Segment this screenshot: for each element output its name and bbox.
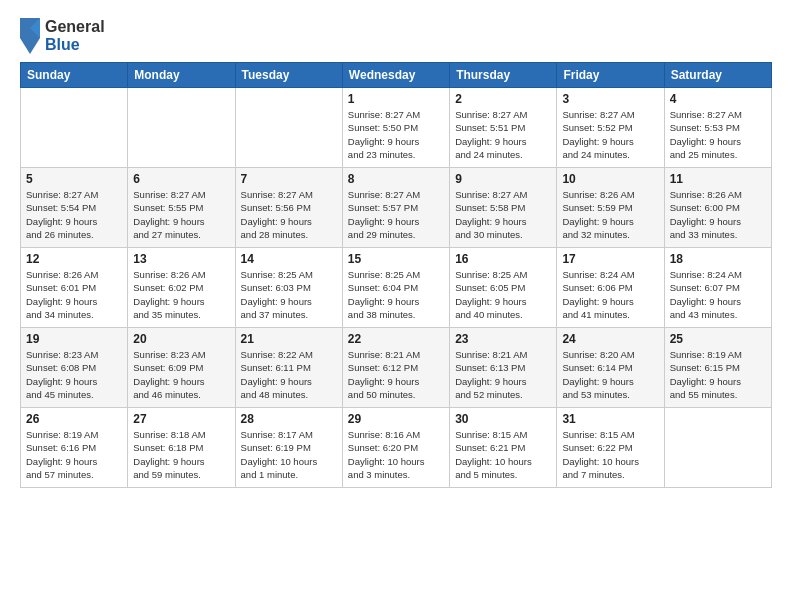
day-number: 2 [455,92,551,106]
day-info: Sunrise: 8:17 AM Sunset: 6:19 PM Dayligh… [241,428,337,481]
day-info: Sunrise: 8:27 AM Sunset: 5:55 PM Dayligh… [133,188,229,241]
day-cell: 13Sunrise: 8:26 AM Sunset: 6:02 PM Dayli… [128,248,235,328]
week-row-2: 5Sunrise: 8:27 AM Sunset: 5:54 PM Daylig… [21,168,772,248]
day-cell: 2Sunrise: 8:27 AM Sunset: 5:51 PM Daylig… [450,88,557,168]
day-info: Sunrise: 8:25 AM Sunset: 6:04 PM Dayligh… [348,268,444,321]
day-cell: 3Sunrise: 8:27 AM Sunset: 5:52 PM Daylig… [557,88,664,168]
day-info: Sunrise: 8:26 AM Sunset: 5:59 PM Dayligh… [562,188,658,241]
logo-general: General [45,18,105,36]
day-cell: 7Sunrise: 8:27 AM Sunset: 5:56 PM Daylig… [235,168,342,248]
weekday-header-wednesday: Wednesday [342,63,449,88]
day-cell [235,88,342,168]
day-number: 4 [670,92,766,106]
day-info: Sunrise: 8:27 AM Sunset: 5:52 PM Dayligh… [562,108,658,161]
day-number: 20 [133,332,229,346]
day-number: 12 [26,252,122,266]
day-info: Sunrise: 8:27 AM Sunset: 5:58 PM Dayligh… [455,188,551,241]
week-row-4: 19Sunrise: 8:23 AM Sunset: 6:08 PM Dayli… [21,328,772,408]
day-info: Sunrise: 8:16 AM Sunset: 6:20 PM Dayligh… [348,428,444,481]
day-cell: 9Sunrise: 8:27 AM Sunset: 5:58 PM Daylig… [450,168,557,248]
day-info: Sunrise: 8:24 AM Sunset: 6:06 PM Dayligh… [562,268,658,321]
day-number: 6 [133,172,229,186]
day-number: 24 [562,332,658,346]
day-cell: 31Sunrise: 8:15 AM Sunset: 6:22 PM Dayli… [557,408,664,488]
day-cell: 15Sunrise: 8:25 AM Sunset: 6:04 PM Dayli… [342,248,449,328]
calendar-page: General Blue SundayMondayTuesdayWednesda… [0,0,792,612]
day-cell: 17Sunrise: 8:24 AM Sunset: 6:06 PM Dayli… [557,248,664,328]
day-number: 11 [670,172,766,186]
day-number: 1 [348,92,444,106]
weekday-header-row: SundayMondayTuesdayWednesdayThursdayFrid… [21,63,772,88]
day-info: Sunrise: 8:27 AM Sunset: 5:53 PM Dayligh… [670,108,766,161]
day-info: Sunrise: 8:23 AM Sunset: 6:08 PM Dayligh… [26,348,122,401]
day-cell: 8Sunrise: 8:27 AM Sunset: 5:57 PM Daylig… [342,168,449,248]
day-cell: 24Sunrise: 8:20 AM Sunset: 6:14 PM Dayli… [557,328,664,408]
day-cell: 5Sunrise: 8:27 AM Sunset: 5:54 PM Daylig… [21,168,128,248]
day-info: Sunrise: 8:27 AM Sunset: 5:56 PM Dayligh… [241,188,337,241]
week-row-1: 1Sunrise: 8:27 AM Sunset: 5:50 PM Daylig… [21,88,772,168]
day-cell: 12Sunrise: 8:26 AM Sunset: 6:01 PM Dayli… [21,248,128,328]
logo: General Blue [20,18,105,54]
day-cell: 10Sunrise: 8:26 AM Sunset: 5:59 PM Dayli… [557,168,664,248]
day-cell: 16Sunrise: 8:25 AM Sunset: 6:05 PM Dayli… [450,248,557,328]
day-info: Sunrise: 8:15 AM Sunset: 6:22 PM Dayligh… [562,428,658,481]
day-cell: 1Sunrise: 8:27 AM Sunset: 5:50 PM Daylig… [342,88,449,168]
day-info: Sunrise: 8:25 AM Sunset: 6:05 PM Dayligh… [455,268,551,321]
day-info: Sunrise: 8:27 AM Sunset: 5:50 PM Dayligh… [348,108,444,161]
day-info: Sunrise: 8:23 AM Sunset: 6:09 PM Dayligh… [133,348,229,401]
weekday-header-sunday: Sunday [21,63,128,88]
day-info: Sunrise: 8:27 AM Sunset: 5:51 PM Dayligh… [455,108,551,161]
day-info: Sunrise: 8:19 AM Sunset: 6:15 PM Dayligh… [670,348,766,401]
day-cell: 4Sunrise: 8:27 AM Sunset: 5:53 PM Daylig… [664,88,771,168]
day-number: 23 [455,332,551,346]
day-cell: 28Sunrise: 8:17 AM Sunset: 6:19 PM Dayli… [235,408,342,488]
day-cell: 14Sunrise: 8:25 AM Sunset: 6:03 PM Dayli… [235,248,342,328]
day-cell: 25Sunrise: 8:19 AM Sunset: 6:15 PM Dayli… [664,328,771,408]
day-cell: 26Sunrise: 8:19 AM Sunset: 6:16 PM Dayli… [21,408,128,488]
day-info: Sunrise: 8:19 AM Sunset: 6:16 PM Dayligh… [26,428,122,481]
day-info: Sunrise: 8:21 AM Sunset: 6:12 PM Dayligh… [348,348,444,401]
day-cell [21,88,128,168]
day-info: Sunrise: 8:27 AM Sunset: 5:54 PM Dayligh… [26,188,122,241]
week-row-5: 26Sunrise: 8:19 AM Sunset: 6:16 PM Dayli… [21,408,772,488]
logo-shape-icon [20,18,40,54]
day-number: 17 [562,252,658,266]
day-number: 29 [348,412,444,426]
day-number: 10 [562,172,658,186]
day-number: 18 [670,252,766,266]
day-number: 3 [562,92,658,106]
day-number: 9 [455,172,551,186]
day-cell [128,88,235,168]
day-cell: 27Sunrise: 8:18 AM Sunset: 6:18 PM Dayli… [128,408,235,488]
day-info: Sunrise: 8:22 AM Sunset: 6:11 PM Dayligh… [241,348,337,401]
day-cell: 22Sunrise: 8:21 AM Sunset: 6:12 PM Dayli… [342,328,449,408]
day-cell: 19Sunrise: 8:23 AM Sunset: 6:08 PM Dayli… [21,328,128,408]
day-number: 27 [133,412,229,426]
day-number: 8 [348,172,444,186]
day-info: Sunrise: 8:26 AM Sunset: 6:01 PM Dayligh… [26,268,122,321]
day-number: 31 [562,412,658,426]
day-info: Sunrise: 8:20 AM Sunset: 6:14 PM Dayligh… [562,348,658,401]
day-number: 28 [241,412,337,426]
day-number: 13 [133,252,229,266]
logo-blue: Blue [45,36,105,54]
day-cell: 18Sunrise: 8:24 AM Sunset: 6:07 PM Dayli… [664,248,771,328]
day-number: 21 [241,332,337,346]
day-number: 25 [670,332,766,346]
day-cell: 21Sunrise: 8:22 AM Sunset: 6:11 PM Dayli… [235,328,342,408]
day-number: 15 [348,252,444,266]
day-info: Sunrise: 8:27 AM Sunset: 5:57 PM Dayligh… [348,188,444,241]
day-info: Sunrise: 8:15 AM Sunset: 6:21 PM Dayligh… [455,428,551,481]
day-cell: 11Sunrise: 8:26 AM Sunset: 6:00 PM Dayli… [664,168,771,248]
day-info: Sunrise: 8:25 AM Sunset: 6:03 PM Dayligh… [241,268,337,321]
weekday-header-thursday: Thursday [450,63,557,88]
day-number: 22 [348,332,444,346]
day-number: 14 [241,252,337,266]
weekday-header-tuesday: Tuesday [235,63,342,88]
day-info: Sunrise: 8:21 AM Sunset: 6:13 PM Dayligh… [455,348,551,401]
logo-container: General Blue [20,18,105,54]
day-cell: 23Sunrise: 8:21 AM Sunset: 6:13 PM Dayli… [450,328,557,408]
day-number: 26 [26,412,122,426]
day-number: 19 [26,332,122,346]
day-info: Sunrise: 8:24 AM Sunset: 6:07 PM Dayligh… [670,268,766,321]
